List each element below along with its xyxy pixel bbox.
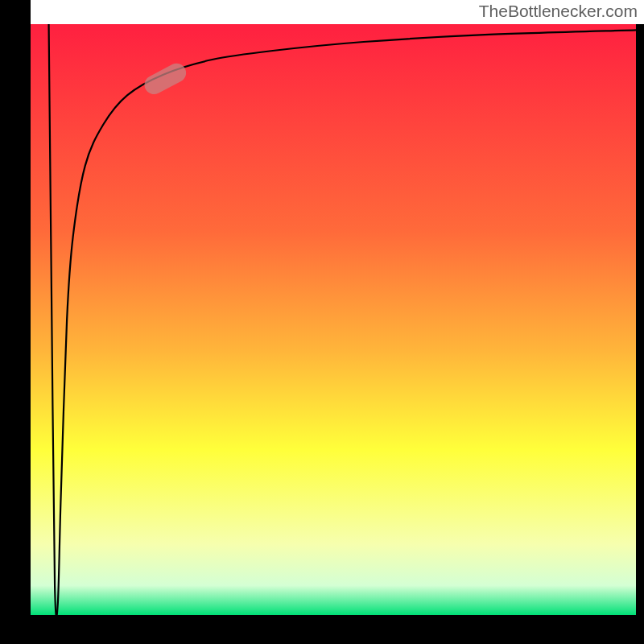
frame-left — [0, 0, 31, 644]
watermark-text: TheBottlenecker.com — [479, 2, 638, 21]
bottleneck-chart — [0, 0, 644, 644]
plot-background — [31, 24, 636, 615]
frame-right — [636, 24, 644, 644]
frame-bottom — [0, 615, 644, 644]
